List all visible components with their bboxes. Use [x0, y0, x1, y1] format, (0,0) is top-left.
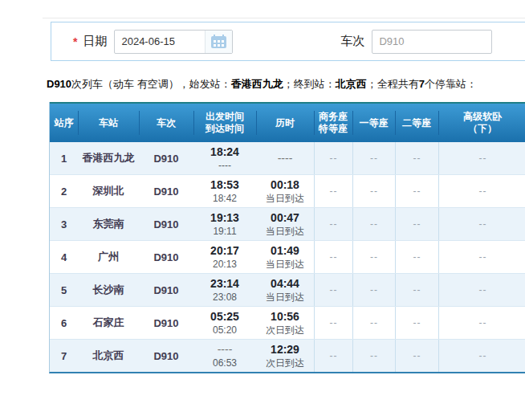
- cell-business-seat: --: [314, 307, 352, 339]
- cell-train: D910: [139, 241, 193, 273]
- cell-seq: 5: [50, 274, 78, 306]
- depart-time: ----: [218, 343, 233, 357]
- cell-business-seat: --: [314, 340, 352, 372]
- cell-business-seat: --: [314, 175, 352, 207]
- cell-train: D910: [139, 175, 193, 207]
- table-row: 1 香港西九龙 D910 18:24---- ---- -- -- -- --: [50, 142, 525, 174]
- query-form: * 日期 车次: [51, 22, 525, 61]
- summary-origin: 香港西九龙: [231, 78, 283, 90]
- table-row: 3 东莞南 D910 19:1319:11 00:47当日到达 -- -- --…: [50, 207, 525, 240]
- cell-station: 北京西: [78, 340, 139, 372]
- arrival-day: 当日到达: [266, 258, 304, 271]
- cell-station: 深圳北: [78, 175, 139, 207]
- cell-first-class: --: [352, 142, 395, 174]
- summary-destination: 北京西: [336, 78, 367, 90]
- train-input[interactable]: [372, 31, 491, 53]
- cell-times: 05:2505:20: [193, 307, 256, 339]
- depart-time: 20:17: [210, 244, 239, 258]
- cell-duration: 00:47当日到达: [256, 208, 314, 240]
- date-field: [114, 30, 233, 54]
- cell-deluxe-sleeper: --: [438, 241, 525, 273]
- train-field: [372, 30, 492, 54]
- table-row: 2 深圳北 D910 18:5318:42 00:18当日到达 -- -- --…: [50, 174, 525, 207]
- summary-text: 个停靠站：: [425, 78, 477, 90]
- cell-station: 广州: [78, 241, 139, 273]
- arrive-time: 23:08: [213, 291, 237, 304]
- table-row: 6 石家庄 D910 05:2505:20 10:56次日到达 -- -- --…: [50, 306, 525, 339]
- cell-business-seat: --: [314, 241, 352, 273]
- arrival-day: 次日到达: [266, 357, 304, 369]
- cell-business-seat: --: [314, 274, 352, 306]
- depart-time: 18:53: [210, 178, 239, 192]
- cell-first-class: --: [352, 175, 395, 207]
- table-row: 5 长沙南 D910 23:1423:08 04:44当日到达 -- -- --…: [50, 273, 525, 306]
- header-station: 车站: [78, 104, 139, 142]
- cell-second-class: --: [395, 307, 438, 339]
- summary-text: ；终到站：: [283, 78, 336, 90]
- duration-value: 00:47: [271, 211, 299, 225]
- calendar-button[interactable]: [205, 31, 232, 53]
- cell-seq: 4: [50, 241, 78, 273]
- cell-duration: ----: [256, 142, 314, 174]
- cell-seq: 3: [50, 208, 78, 240]
- cell-second-class: --: [395, 208, 438, 240]
- cell-second-class: --: [395, 340, 438, 372]
- depart-time: 23:14: [210, 277, 239, 291]
- summary-train-no: D910: [47, 78, 71, 90]
- cell-deluxe-sleeper: --: [438, 340, 525, 372]
- arrival-day: 次日到达: [266, 324, 304, 336]
- cell-duration: 04:44当日到达: [256, 274, 314, 306]
- cell-first-class: --: [352, 274, 395, 306]
- date-input[interactable]: [115, 31, 205, 53]
- cell-deluxe-sleeper: --: [438, 307, 525, 339]
- header-seq: 站序: [50, 104, 78, 142]
- header-train: 车次: [139, 104, 193, 142]
- duration-value: 04:44: [271, 277, 299, 291]
- cell-seq: 7: [50, 340, 78, 372]
- header-second-class: 二等座: [395, 104, 438, 142]
- cell-seq: 1: [50, 142, 78, 174]
- arrival-day: 当日到达: [266, 291, 304, 304]
- cell-deluxe-sleeper: --: [438, 208, 525, 240]
- arrive-time: 05:20: [213, 324, 237, 336]
- cell-train: D910: [139, 142, 193, 174]
- train-label: 车次: [340, 34, 364, 49]
- cell-times: 20:1720:13: [193, 241, 256, 273]
- calendar-icon: [211, 35, 226, 48]
- depart-time: 05:25: [210, 310, 239, 324]
- cell-second-class: --: [395, 142, 438, 174]
- cell-times: 18:24----: [193, 142, 256, 174]
- duration-value: 01:49: [271, 244, 299, 258]
- arrival-day: 当日到达: [266, 225, 304, 238]
- cell-station: 东莞南: [78, 208, 139, 240]
- cell-times: 23:1423:08: [193, 274, 256, 306]
- date-label: 日期: [83, 34, 107, 49]
- header-deluxe-sleeper: 高级软卧（下）: [438, 104, 525, 142]
- cell-first-class: --: [352, 241, 395, 273]
- arrive-time: 06:53: [213, 357, 237, 369]
- page-divider: [43, 18, 525, 18]
- header-duration: 历时: [256, 104, 314, 142]
- header-first-class: 一等座: [352, 104, 395, 142]
- cell-train: D910: [139, 340, 193, 372]
- cell-times: ----06:53: [193, 340, 256, 372]
- cell-second-class: --: [395, 274, 438, 306]
- cell-duration: 01:49当日到达: [256, 241, 314, 273]
- cell-first-class: --: [352, 340, 395, 372]
- cell-train: D910: [139, 274, 193, 306]
- duration-value: ----: [278, 152, 293, 165]
- cell-station: 石家庄: [78, 307, 139, 339]
- table-row: 4 广州 D910 20:1720:13 01:49当日到达 -- -- -- …: [50, 240, 525, 273]
- summary-stop-count: 7: [419, 78, 425, 90]
- header-business-seat: 商务座特等座: [314, 104, 352, 142]
- cell-deluxe-sleeper: --: [438, 142, 525, 174]
- cell-first-class: --: [352, 307, 395, 339]
- cell-seq: 2: [50, 175, 78, 207]
- cell-duration: 00:18当日到达: [256, 175, 314, 207]
- depart-time: 18:24: [210, 145, 239, 159]
- cell-second-class: --: [395, 241, 438, 273]
- arrive-time: 20:13: [213, 258, 237, 271]
- cell-train: D910: [139, 208, 193, 240]
- cell-duration: 12:29次日到达: [256, 340, 314, 372]
- arrive-time: 18:42: [213, 192, 237, 205]
